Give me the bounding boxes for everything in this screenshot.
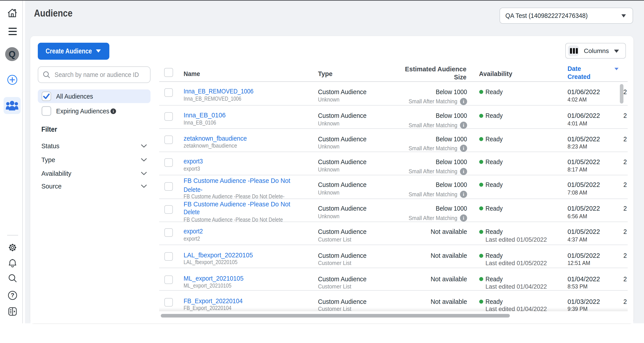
svg-text:?: ? [11,292,14,298]
